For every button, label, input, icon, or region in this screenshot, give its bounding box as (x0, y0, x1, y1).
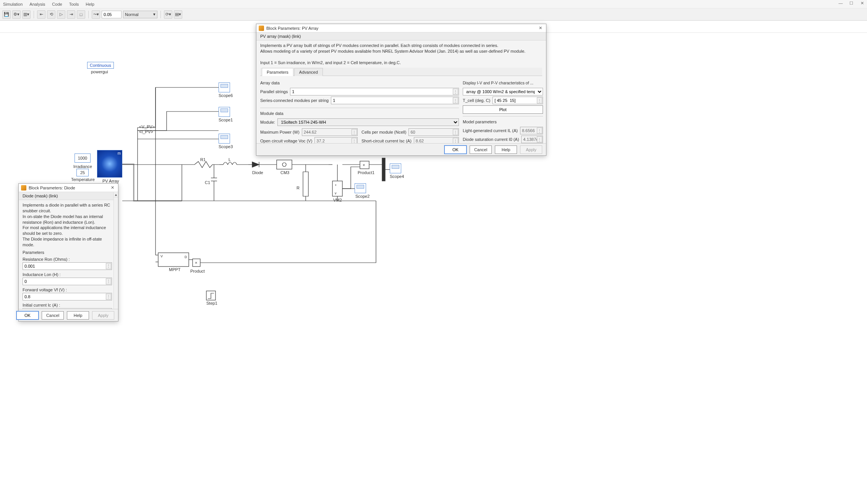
diode-cancel-button[interactable]: Cancel (42, 311, 64, 320)
pv-desc1: Implements a PV array built of strings o… (260, 43, 498, 48)
svg-text:D: D (185, 255, 187, 259)
svg-rect-7 (382, 158, 385, 181)
viewer-icon[interactable]: ▤▾ (174, 10, 182, 19)
simulink-icon (21, 185, 26, 191)
step1-label: Step1 (206, 301, 217, 305)
pmax-actions-icon[interactable]: ⋮ (352, 129, 357, 135)
diode-dialog-close-icon[interactable]: ✕ (109, 185, 116, 190)
stoptime-input[interactable] (102, 11, 122, 18)
menu-tools[interactable]: Tools (69, 2, 79, 6)
pv-desc3: Input 1 = Sun irradiance, in W/m2, and i… (260, 60, 401, 65)
scope1-label: Scope1 (219, 118, 233, 122)
sim-mode-select[interactable]: Normal▾ (123, 11, 157, 18)
diode-scrollbar[interactable]: ▲ (113, 192, 118, 309)
tab-advanced[interactable]: Advanced (294, 68, 323, 76)
pv-mask-label: PV array (mask) (link) (256, 32, 546, 40)
module-select[interactable]: 1Soltech 1STH-245-WH (277, 118, 459, 126)
ron-input[interactable] (23, 262, 112, 270)
step-restart-icon[interactable]: ⟲ (47, 10, 55, 19)
display-select[interactable]: array @ 1000 W/m2 & specified temperatur… (463, 88, 543, 95)
diode-help-button[interactable]: Help (67, 311, 89, 320)
diode-desc2: In on-state the Diode model has an inter… (23, 214, 103, 225)
stop-icon[interactable]: □ (77, 10, 85, 19)
series-modules-input[interactable] (331, 97, 459, 104)
diode-mask-label: Diode (mask) (link) (19, 192, 118, 200)
model-canvas[interactable]: + v × V D × Continuous powergui 1000 Irr… (0, 21, 867, 504)
step-fwd-icon[interactable]: ⇥ (67, 10, 75, 19)
lon-input[interactable] (23, 278, 112, 285)
svg-text:×: × (363, 163, 365, 167)
diode-ok-button[interactable]: OK (16, 311, 39, 320)
module-data-header: Module data (260, 110, 459, 117)
plot-button[interactable]: Plot (463, 105, 543, 114)
save-icon[interactable]: 💾 (2, 10, 11, 19)
svg-text:v: v (335, 191, 337, 195)
ncell-label: Cells per module (Ncell) (361, 130, 406, 134)
pv-help-button[interactable]: Help (495, 145, 517, 154)
diode-dialog-title: Block Parameters: Diode (29, 186, 75, 190)
scope2-block[interactable] (355, 183, 366, 193)
isc-actions-icon[interactable]: ⋮ (453, 138, 458, 143)
v-pv-tag: <V_PV> (139, 124, 155, 129)
pmax-label: Maximum Power (W) (260, 130, 300, 134)
scope1-block[interactable] (219, 107, 230, 117)
ncell-actions-icon[interactable]: ⋮ (453, 129, 458, 135)
menu-simulation[interactable]: Simulation (3, 2, 23, 6)
i0-actions-icon[interactable]: ⋮ (537, 136, 542, 142)
win-max-icon[interactable]: ☐ (848, 1, 855, 6)
tab-parameters[interactable]: Parameters (262, 68, 293, 76)
library-icon[interactable]: ▥▾ (22, 10, 31, 19)
pv-dialog-close-icon[interactable]: ✕ (537, 26, 544, 31)
parallel-strings-input[interactable] (290, 88, 459, 95)
settings-dd-icon[interactable]: ⚙▾ (12, 10, 21, 19)
array-data-header: Array data (260, 79, 459, 87)
pv-cancel-button[interactable]: Cancel (470, 145, 492, 154)
vf-label: Forward voltage Vf (V) : (23, 288, 112, 292)
fastrestart-icon[interactable]: ⟳▾ (164, 10, 172, 19)
irradiance-block[interactable]: 1000 (75, 153, 91, 163)
vf-actions-icon[interactable]: ⋮ (106, 294, 111, 300)
diode-apply-button[interactable]: Apply (92, 311, 114, 320)
ron-actions-icon[interactable]: ⋮ (106, 263, 111, 269)
menu-analysis[interactable]: Analysis (29, 2, 45, 6)
powergui-block[interactable]: Continuous (87, 62, 114, 69)
scope4-label: Scope4 (390, 174, 404, 179)
pv-array-label: PV Array (102, 179, 119, 183)
svg-text:×: × (195, 260, 197, 265)
diode-desc4: The Diode impedance is infinite in off-s… (23, 237, 102, 247)
diode-dialog: Block Parameters: Diode ✕ Diode (mask) (… (18, 183, 118, 321)
svg-text:+: + (335, 183, 337, 187)
pv-apply-button[interactable]: Apply (520, 145, 542, 154)
pv-ok-button[interactable]: OK (444, 145, 467, 154)
tcell-input[interactable] (493, 97, 543, 104)
temperature-block[interactable]: 25 (76, 169, 89, 176)
scope6-block[interactable] (219, 82, 230, 92)
series-modules-label: Series-connected modules per string (260, 98, 329, 103)
pv-m-port-label: m (118, 151, 121, 155)
scope3-block[interactable] (219, 134, 230, 144)
diode-desc3: For most applications the internal induc… (23, 225, 106, 236)
ncell-input (408, 128, 459, 136)
vf-input[interactable] (23, 293, 112, 300)
ron-label: Resistance Ron (Ohms) : (23, 257, 112, 262)
win-close-icon[interactable]: ✕ (859, 1, 865, 6)
toolbar: 💾 ⚙▾ ▥▾ ⇤ ⟲ ▷ ⇥ □ ⤳▾ Normal▾ ⟳▾ ▤▾ (0, 8, 867, 21)
signal-icon[interactable]: ⤳▾ (92, 10, 100, 19)
scope4-block[interactable] (390, 163, 401, 173)
lon-actions-icon[interactable]: ⋮ (106, 278, 111, 284)
menu-help[interactable]: Help (86, 2, 94, 6)
menu-code[interactable]: Code (52, 2, 62, 6)
ic-input[interactable] (23, 308, 112, 309)
c1-label: C1 (205, 180, 210, 185)
series-modules-actions-icon[interactable]: ⋮ (453, 97, 458, 103)
il-actions-icon[interactable]: ⋮ (537, 128, 542, 134)
isc-input (414, 137, 459, 143)
tcell-actions-icon[interactable]: ⋮ (537, 97, 542, 103)
tcell-label: T_cell (deg. C) (463, 98, 490, 103)
step-back-icon[interactable]: ⇤ (37, 10, 45, 19)
pv-array-block[interactable]: m (97, 150, 122, 178)
parallel-strings-actions-icon[interactable]: ⋮ (453, 89, 458, 95)
voc-actions-icon[interactable]: ⋮ (352, 138, 357, 143)
win-min-icon[interactable]: — (837, 1, 844, 6)
run-icon[interactable]: ▷ (57, 10, 65, 19)
